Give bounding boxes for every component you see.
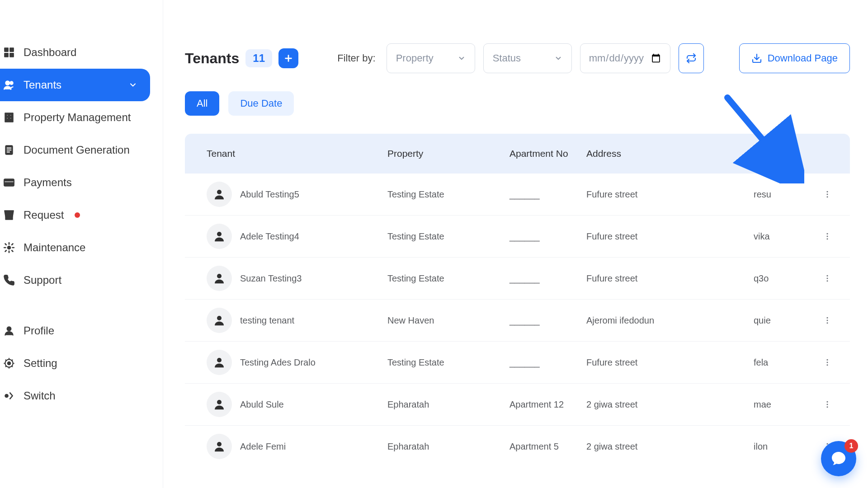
download-page-button[interactable]: Download Page	[739, 43, 850, 73]
cog-icon	[3, 357, 15, 370]
page-header: Tenants 11 Filter by: Property Status	[185, 43, 850, 73]
avatar	[207, 266, 232, 291]
property-cell: New Haven	[387, 315, 509, 326]
svg-rect-7	[7, 115, 8, 116]
dots-vertical-icon	[823, 358, 832, 367]
chat-icon	[830, 450, 847, 467]
tab-due-date[interactable]: Due Date	[228, 91, 294, 116]
svg-point-47	[827, 401, 828, 403]
tenant-cell: testing tenant	[207, 308, 387, 333]
date-filter-input[interactable]	[589, 52, 662, 65]
sidebar-item-label: Payments	[24, 176, 72, 189]
apartment-cell: ______	[509, 189, 586, 200]
tab-all[interactable]: All	[185, 91, 219, 116]
col-header-tenant: Tenant	[207, 148, 387, 159]
dots-vertical-icon	[823, 400, 832, 409]
svg-point-19	[7, 327, 11, 331]
table-row[interactable]: Adele FemiEpharatahApartment 52 giwa str…	[185, 425, 850, 467]
table-row[interactable]: Testing Ades DraloTesting Estate______Fu…	[185, 341, 850, 383]
row-menu-button[interactable]	[823, 316, 832, 325]
table-row[interactable]: Suzan Testing3Testing Estate______Fufure…	[185, 257, 850, 299]
sidebar-item-document-generation[interactable]: Document Generation	[0, 134, 150, 166]
chevron-down-icon	[458, 54, 466, 62]
address-cell: 2 giwa street	[586, 441, 754, 452]
tenant-name: testing tenant	[240, 315, 294, 326]
table-header: Tenant Property Apartment No Address Ema…	[185, 134, 850, 174]
sidebar-item-label: Maintenance	[24, 241, 85, 254]
address-cell: Fufure street	[586, 189, 754, 200]
avatar	[207, 182, 232, 207]
filter-group: Filter by: Property Status Downloa	[337, 43, 850, 73]
row-menu-button[interactable]	[823, 190, 832, 199]
svg-point-30	[217, 232, 222, 236]
chat-fab-button[interactable]: 1	[821, 441, 856, 476]
table-row[interactable]: Adele Testing4Testing Estate______Fufure…	[185, 215, 850, 257]
tenant-name: Adele Testing4	[240, 231, 299, 242]
svg-point-42	[217, 358, 222, 362]
row-menu-button[interactable]	[823, 232, 832, 241]
email-cell: q3o	[754, 273, 781, 284]
property-filter-placeholder: Property	[396, 52, 434, 64]
sidebar-item-switch[interactable]: Switch	[0, 380, 150, 412]
sidebar-item-request[interactable]: Request	[0, 199, 150, 231]
svg-rect-3	[10, 53, 14, 57]
tenant-cell: Testing Ades Dralo	[207, 350, 387, 375]
col-header-address: Address	[586, 148, 754, 159]
svg-point-34	[217, 274, 222, 278]
sidebar-item-profile[interactable]: Profile	[0, 314, 150, 347]
status-filter-select[interactable]: Status	[483, 43, 572, 73]
add-tenant-button[interactable]	[278, 48, 298, 68]
table-row[interactable]: testing tenantNew Haven______Ajeromi ife…	[185, 299, 850, 341]
phone-icon	[3, 274, 15, 286]
svg-point-43	[827, 359, 828, 361]
property-filter-select[interactable]: Property	[387, 43, 475, 73]
main-content: Tenants 11 Filter by: Property Status	[163, 0, 868, 488]
svg-point-33	[827, 238, 828, 239]
user-icon	[3, 324, 15, 337]
sidebar-item-property-management[interactable]: Property Management	[0, 101, 150, 134]
sidebar-item-tenants[interactable]: Tenants	[0, 69, 150, 101]
sidebar-item-payments[interactable]: Payments	[0, 166, 150, 199]
property-cell: Testing Estate	[387, 357, 509, 368]
table-row[interactable]: Abuld Testing5Testing Estate______Fufure…	[185, 174, 850, 215]
chat-badge: 1	[844, 439, 858, 453]
sidebar-item-label: Request	[24, 209, 64, 221]
switch-icon	[3, 389, 15, 402]
row-menu-button[interactable]	[823, 274, 832, 283]
svg-point-32	[827, 236, 828, 237]
sidebar-item-dashboard[interactable]: Dashboard	[0, 36, 150, 69]
row-menu-button[interactable]	[823, 400, 832, 409]
svg-point-18	[8, 246, 11, 249]
doc-icon	[3, 144, 15, 156]
page-title: Tenants	[185, 50, 239, 67]
refresh-button[interactable]	[679, 43, 704, 73]
address-cell: Fufure street	[586, 273, 754, 284]
email-cell: fela	[754, 357, 781, 368]
property-cell: Testing Estate	[387, 189, 509, 200]
svg-point-35	[827, 275, 828, 277]
svg-rect-9	[7, 117, 8, 119]
svg-point-31	[827, 233, 828, 235]
svg-point-5	[10, 81, 13, 84]
apartment-cell: ______	[509, 315, 586, 326]
notification-dot	[75, 212, 80, 218]
sidebar-item-label: Dashboard	[24, 46, 76, 59]
sidebar-item-support[interactable]: Support	[0, 264, 150, 296]
download-page-label: Download Page	[768, 52, 838, 64]
svg-point-41	[827, 322, 828, 324]
inbox-icon	[3, 209, 15, 221]
tenant-name: Abuld Sule	[240, 399, 284, 410]
row-menu-button[interactable]	[823, 358, 832, 367]
email-cell: mae	[754, 399, 781, 410]
svg-point-40	[827, 320, 828, 321]
apartment-cell: ______	[509, 273, 586, 284]
sidebar-item-maintenance[interactable]: Maintenance	[0, 231, 150, 264]
sidebar-item-setting[interactable]: Setting	[0, 347, 150, 380]
svg-point-26	[217, 190, 222, 194]
refresh-icon	[686, 53, 697, 64]
property-cell: Testing Estate	[387, 231, 509, 242]
tenant-cell: Abuld Sule	[207, 392, 387, 417]
svg-point-48	[827, 404, 828, 405]
table-row[interactable]: Abuld SuleEpharatahApartment 122 giwa st…	[185, 383, 850, 425]
plus-icon	[283, 53, 293, 63]
